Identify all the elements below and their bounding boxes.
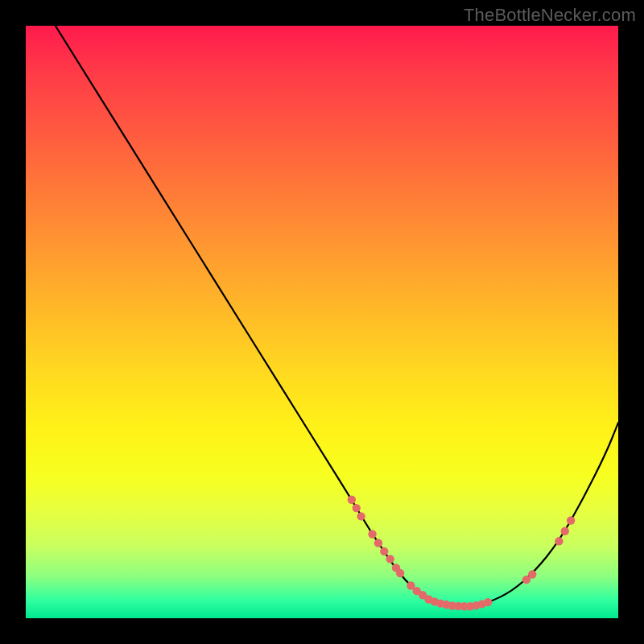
data-marker bbox=[561, 527, 569, 535]
data-marker bbox=[567, 516, 575, 524]
chart-frame: TheBottleNecker.com bbox=[0, 0, 644, 644]
bottleneck-curve bbox=[56, 26, 618, 606]
plot-area bbox=[26, 26, 618, 618]
data-marker bbox=[555, 537, 563, 545]
data-markers bbox=[348, 496, 576, 611]
data-marker bbox=[368, 530, 376, 538]
data-marker bbox=[528, 570, 536, 578]
data-marker bbox=[396, 569, 404, 577]
data-marker bbox=[352, 504, 360, 512]
data-marker bbox=[357, 512, 365, 520]
data-marker bbox=[380, 547, 388, 555]
data-marker bbox=[348, 496, 356, 504]
data-marker bbox=[484, 598, 492, 606]
data-marker bbox=[374, 539, 382, 547]
watermark-text: TheBottleNecker.com bbox=[464, 5, 636, 26]
data-marker bbox=[386, 555, 394, 563]
chart-svg bbox=[26, 26, 618, 618]
